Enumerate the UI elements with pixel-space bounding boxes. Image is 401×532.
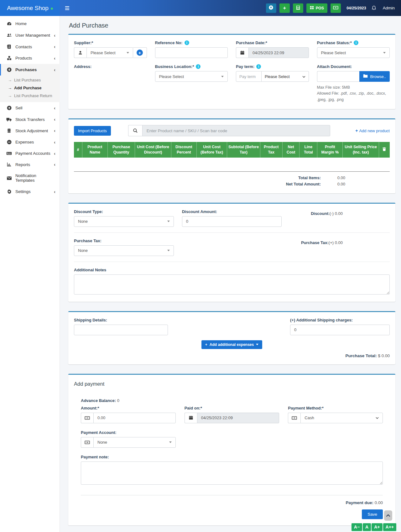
sidebar-item-label: User Management <box>15 33 50 38</box>
hamburger-icon[interactable] <box>60 0 75 16</box>
browse-button[interactable]: Browse.. <box>359 71 390 82</box>
sidebar-item-stock-adjustment[interactable]: Stock Adjustment ‹ <box>0 125 60 136</box>
main-content: Add Purchase Supplier:* Please Select <box>60 16 401 532</box>
online-status-dot <box>51 8 53 10</box>
sidebar-subitem-add-purchase[interactable]: → Add Purchase <box>0 84 60 92</box>
discount-type-value: None <box>78 219 88 224</box>
sidebar-item-user-management[interactable]: User Management ‹ <box>0 29 60 41</box>
import-products-button[interactable]: Import Products <box>74 126 111 136</box>
save-button[interactable]: Save <box>362 509 383 519</box>
product-search-input[interactable] <box>142 125 330 136</box>
money-bill-icon <box>333 5 338 11</box>
sidebar-item-contacts[interactable]: Contacts ‹ <box>0 41 60 52</box>
discount-type-select[interactable]: None <box>74 216 174 227</box>
supplier-field: Supplier:* Please Select + <box>74 40 147 58</box>
sidebar-item-label: Stock Adjustment <box>15 128 48 133</box>
add-supplier-button[interactable]: + <box>133 47 147 58</box>
sidebar-item-label: Expenses <box>15 140 34 144</box>
chevron-left-icon: ‹ <box>54 190 55 194</box>
pay-term-unit-select[interactable]: Please Select <box>262 71 309 82</box>
add-additional-expenses-button[interactable]: + Add additional expenses <box>201 340 262 349</box>
business-location-label: Business Location:* <box>155 64 194 69</box>
sidebar-item-label: Sell <box>15 106 23 110</box>
quick-add-button[interactable]: + <box>279 3 290 13</box>
sidebar-item-expenses[interactable]: Expenses ‹ <box>0 136 60 148</box>
sidebar-item-notification-templates[interactable]: Notification Templates <box>0 170 60 186</box>
col-header: Discount Percent <box>171 142 196 158</box>
amount-input[interactable] <box>93 413 176 423</box>
brand[interactable]: Awesome Shop <box>0 0 60 16</box>
advance-balance: Advance Balance: 0 <box>81 398 383 403</box>
sidebar-subitem-list-purchase-return[interactable]: → List Purchase Return <box>0 92 60 100</box>
sidebar-item-settings[interactable]: Settings ‹ <box>0 186 60 197</box>
supplier-select[interactable]: Please Select <box>86 47 133 58</box>
font-normal-button[interactable]: A <box>363 523 371 531</box>
font-increase-button[interactable]: A+ <box>372 523 382 531</box>
col-header: Unit Selling Price (Inc. tax) <box>343 142 379 158</box>
calculator-button[interactable] <box>293 3 303 13</box>
sidebar-subitem-list-purchases[interactable]: → List Purchases <box>0 76 60 84</box>
submenu-label: Add Purchase <box>14 86 41 90</box>
caret-down-icon <box>169 441 172 443</box>
sidebar-item-stock-transfers[interactable]: Stock Transfers ‹ <box>0 114 60 125</box>
purchase-tax-select[interactable]: None <box>74 245 174 256</box>
purchase-tax-label: Purchase Tax: <box>74 238 102 243</box>
reference-input[interactable] <box>155 47 228 58</box>
business-location-select[interactable]: Please Select <box>155 71 228 82</box>
col-header: # <box>74 142 82 158</box>
font-decrease-button[interactable]: A− <box>352 523 362 531</box>
pay-term-number-input[interactable] <box>236 71 262 82</box>
arrow-circle-up-icon <box>6 105 12 111</box>
clock-in-button[interactable] <box>266 3 276 13</box>
shipping-details-input[interactable] <box>74 325 168 335</box>
sidebar-item-reports[interactable]: Reports ‹ <box>0 159 60 170</box>
additional-charges-input[interactable] <box>290 325 390 335</box>
purchase-status-select[interactable]: Please Select <box>317 47 390 58</box>
submenu-label: List Purchases <box>14 78 41 82</box>
scroll-to-top-button[interactable] <box>384 510 392 521</box>
purchase-date-input[interactable]: 04/25/2023 22:09 <box>248 47 309 58</box>
sidebar-item-purchases[interactable]: Purchases ‹ <box>0 64 60 76</box>
sidebar-item-label: Products <box>15 56 32 60</box>
payment-account-field: Payment Account: None <box>81 430 176 448</box>
info-icon: i <box>256 64 261 69</box>
pos-button[interactable]: POS <box>306 3 327 13</box>
sidebar-item-label: Stock Transfers <box>15 117 45 122</box>
sidebar-item-home[interactable]: Home <box>0 18 60 29</box>
font-size-controls: A− A A+ A++ <box>352 523 396 531</box>
paid-on-input[interactable]: 04/25/2023 22:09 <box>197 413 279 423</box>
font-increase-more-button[interactable]: A++ <box>383 523 396 531</box>
cash-register-button[interactable] <box>331 3 341 13</box>
purchase-total-label: Purchase Total: <box>345 353 377 358</box>
add-new-product-link[interactable]: + Add new product <box>355 128 390 133</box>
sidebar-item-products[interactable]: Products ‹ <box>0 52 60 64</box>
file-input[interactable] <box>317 71 360 82</box>
navbar-actions: + POS 04/25/2023 Admi <box>266 0 401 16</box>
info-icon: i <box>196 64 200 69</box>
discount-amount-field: Discount Amount: <box>182 209 282 227</box>
col-header: Net Cost <box>282 142 299 158</box>
current-date: 04/25/2023 <box>346 6 366 10</box>
payment-due-value: 0.00 <box>375 500 383 505</box>
user-menu[interactable]: Admin <box>383 6 395 10</box>
sidebar-item-sell[interactable]: Sell ‹ <box>0 102 60 114</box>
reference-label: Reference No: <box>155 40 183 45</box>
supplier-select-value: Please Select <box>91 50 116 55</box>
additional-charges-field: (+) Additional Shipping charges: <box>290 318 390 335</box>
additional-notes-textarea[interactable] <box>74 274 390 295</box>
chevron-left-icon: ‹ <box>54 140 55 144</box>
payment-method-select[interactable]: Cash <box>300 413 383 423</box>
bar-chart-icon <box>6 162 12 167</box>
calendar-icon <box>236 47 248 58</box>
payment-account-select[interactable]: None <box>93 437 176 448</box>
discount-amount-input[interactable] <box>182 216 282 227</box>
plus-icon: + <box>205 342 207 347</box>
sidebar-item-label: Purchases <box>15 67 37 72</box>
payment-account-label: Payment Account: <box>81 430 117 435</box>
notifications-bell-icon[interactable] <box>371 5 377 11</box>
sidebar-item-label: Home <box>15 21 27 26</box>
sidebar-item-payment-accounts[interactable]: Payment Accounts ‹ <box>0 148 60 159</box>
payment-note-textarea[interactable] <box>81 462 383 485</box>
total-items-label: Total Items: <box>298 175 321 180</box>
table-header-row: # Product Name Purchase Quantity Unit Co… <box>74 142 390 158</box>
